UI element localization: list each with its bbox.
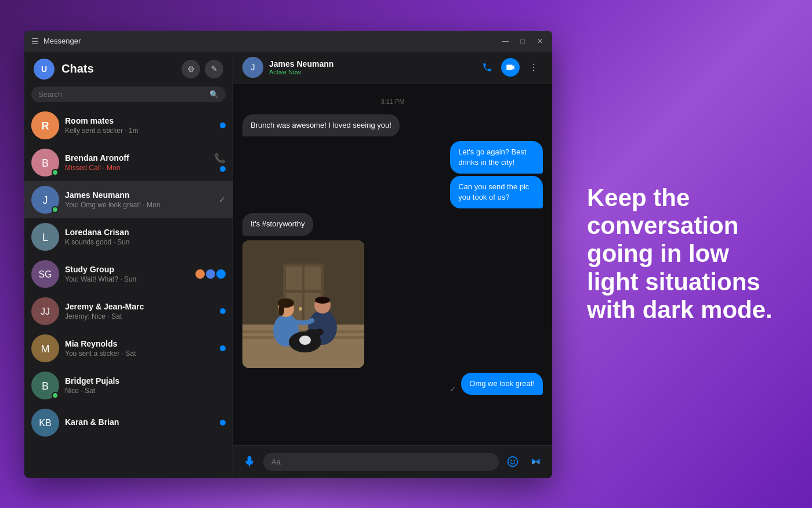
chat-header-info: James Neumann Active Now [269,59,472,75]
chat-contact-name: James Neumann [269,59,472,69]
unread-indicator [220,308,226,314]
svg-text:B: B [42,380,49,391]
list-item[interactable]: R Room mates Kelly sent a sticker · 1m [24,107,233,144]
hamburger-icon[interactable]: ☰ [31,37,39,46]
chat-name: Brendan Aronoff [65,153,208,163]
chat-meta [220,420,226,426]
svg-text:J: J [43,194,48,206]
chat-preview: Missed Call · Mon [65,164,208,172]
avatar: B [31,149,59,176]
chat-name: Bridget Pujals [65,376,220,385]
user-avatar[interactable]: U [34,59,55,80]
chat-preview: You: Omg we look great! · Mon [65,201,213,209]
svg-point-20 [533,64,534,65]
promo-heading: Keep the conversation going in low light… [587,184,777,324]
svg-point-44 [299,336,311,345]
chat-preview: You sent a sticker · Sat [65,350,214,358]
maximize-button[interactable]: □ [517,36,528,46]
online-status-dot [52,169,59,176]
title-bar: ☰ Messenger — □ ✕ [24,31,552,52]
group-avatar-stack [195,269,226,279]
messages-area: 3:11 PM Brunch was awesome! I loved seei… [233,84,552,445]
list-item[interactable]: JJ Jeremy & Jean-Marc Jeremy: Nice · Sat [24,293,233,330]
svg-text:SG: SG [38,269,52,279]
emoji-button[interactable] [503,452,522,471]
chats-title: Chats [61,62,175,75]
message-bubble: Omg we look great! [461,373,543,395]
chat-info: James Neumann You: Omg we look great! · … [65,190,213,209]
message-row: Brunch was awesome! I loved seeing you! [242,114,543,136]
chat-meta [220,308,226,314]
message-bubble: It's #storyworthy [242,213,313,235]
sticker-button[interactable] [527,452,545,471]
list-item[interactable]: J James Neumann You: Omg we look great! … [24,181,233,218]
title-bar-left: ☰ Messenger [31,37,81,46]
avatar: KB [31,409,59,437]
chat-meta [220,123,226,128]
chat-preview: Kelly sent a sticker · 1m [65,127,214,135]
svg-point-46 [510,460,512,462]
compose-icon: ✎ [211,64,217,73]
read-receipt-icon: ✓ [219,195,226,204]
chat-list: R Room mates Kelly sent a sticker · 1m B [24,107,233,478]
avatar: L [31,223,59,251]
avatar: J [31,186,59,214]
chat-meta: 📞 [214,153,226,172]
chat-name: Study Group [65,265,190,274]
chat-preview: Jeremy: Nice · Sat [65,312,214,320]
message-row [242,240,543,368]
compose-button[interactable]: ✎ [205,60,223,78]
list-item[interactable]: M Mia Reynolds You sent a sticker · Sat [24,330,233,367]
message-bubble: Brunch was awesome! I loved seeing you! [242,114,400,136]
search-bar: 🔍 [31,87,226,102]
sidebar-header: U Chats ⚙ ✎ [24,52,233,84]
chat-header: J James Neumann Active Now [233,52,552,84]
microphone-button[interactable] [240,452,259,471]
online-status-dot [52,392,59,399]
settings-button[interactable]: ⚙ [182,60,200,78]
chat-header-avatar: J [242,57,263,78]
svg-point-33 [299,307,302,311]
title-bar-controls: — □ ✕ [500,36,545,46]
app-window: ☰ Messenger — □ ✕ U Chats ⚙ [24,31,552,478]
list-item[interactable]: B Brendan Aronoff Missed Call · Mon 📞 [24,144,233,181]
message-input[interactable] [263,453,499,471]
voice-call-button[interactable] [478,58,496,77]
chat-panel: J James Neumann Active Now [233,52,552,478]
close-button[interactable]: ✕ [535,36,545,46]
list-item[interactable]: KB Karan & Brian [24,404,233,441]
chat-preview: Nice · Sat [65,387,220,395]
svg-text:J: J [251,63,255,72]
svg-text:B: B [42,157,49,168]
more-options-button[interactable] [524,58,543,77]
message-bubble: Can you send the pic you took of us? [450,176,543,208]
sidebar: U Chats ⚙ ✎ 🔍 [24,52,233,478]
message-status-icon: ✓ [449,384,456,394]
list-item[interactable]: L Loredana Crisan K sounds good · Sun [24,218,233,255]
promo-content: Keep the conversation going in low light… [587,184,777,324]
chat-info: Brendan Aronoff Missed Call · Mon [65,153,208,172]
svg-point-37 [278,304,284,316]
svg-rect-30 [304,266,321,290]
timestamp-divider: 3:11 PM [242,98,543,105]
gear-icon: ⚙ [187,64,195,74]
video-call-button[interactable] [501,58,520,77]
chat-info: Karan & Brian [65,417,214,428]
avatar: SG [31,260,59,288]
chat-preview: You: Wait! What? · Sun [65,275,190,283]
unread-indicator [220,166,226,172]
chat-header-actions [478,58,543,77]
chat-info: Jeremy & Jean-Marc Jeremy: Nice · Sat [65,302,214,320]
list-item[interactable]: SG Study Group You: Wait! What? · Sun [24,255,233,293]
chat-name: Loredana Crisan [65,228,220,237]
avatar: JJ [31,297,59,325]
search-input[interactable] [38,90,205,99]
avatar: B [31,372,59,399]
chat-info: Bridget Pujals Nice · Sat [65,376,220,395]
minimize-button[interactable]: — [500,36,510,46]
online-status-dot [52,206,59,213]
list-item[interactable]: B Bridget Pujals Nice · Sat [24,367,233,404]
chat-name: Room mates [65,116,214,125]
search-icon: 🔍 [209,90,219,99]
chat-info: Room mates Kelly sent a sticker · 1m [65,116,214,135]
